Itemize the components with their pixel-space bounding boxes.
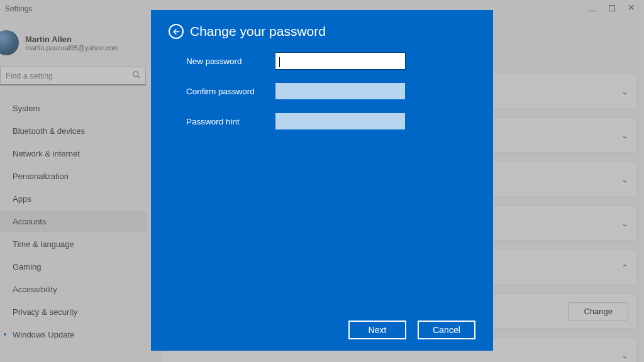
confirm-password-input[interactable] [275, 83, 405, 99]
password-hint-label: Password hint [186, 117, 263, 126]
confirm-password-label: Confirm password [186, 87, 263, 96]
next-button[interactable]: Next [348, 321, 406, 339]
new-password-label: New password [186, 57, 263, 66]
change-password-modal: Change your password New password Confir… [151, 10, 493, 351]
modal-title: Change your password [190, 24, 326, 39]
password-form: New password Confirm password Password h… [169, 53, 475, 129]
back-icon[interactable] [169, 24, 184, 39]
new-password-input[interactable] [275, 53, 405, 69]
cancel-button[interactable]: Cancel [418, 321, 475, 339]
password-hint-input[interactable] [275, 113, 405, 129]
settings-window: Settings ✕ Martin Allen martin.pascual95… [0, 0, 644, 362]
